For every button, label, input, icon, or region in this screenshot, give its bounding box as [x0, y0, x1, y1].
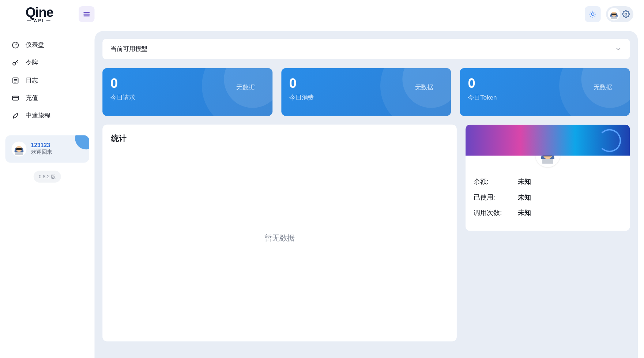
- chevron-down-icon: [615, 45, 622, 52]
- stat-card-requests: 0 今日请求 无数据: [102, 68, 272, 116]
- logo-sub: API: [27, 19, 52, 23]
- info-row-calls: 调用次数: 未知: [474, 205, 622, 220]
- svg-rect-27: [16, 148, 22, 150]
- sidebar-item-label: 中途旅程: [26, 112, 50, 120]
- svg-rect-23: [12, 96, 18, 100]
- stat-label: 今日Token: [468, 94, 622, 102]
- main-content: 当前可用模型 0 今日请求 无数据 0 今日消费 无数据 0 今日Token 无…: [94, 31, 638, 358]
- stats-empty: 暂无数据: [111, 144, 448, 333]
- available-models-dropdown[interactable]: 当前可用模型: [102, 39, 630, 59]
- sidebar-item-logs[interactable]: 日志: [6, 72, 88, 89]
- user-menu-button[interactable]: [606, 6, 633, 22]
- gear-icon: [622, 10, 630, 18]
- svg-point-16: [625, 13, 627, 15]
- svg-line-11: [595, 12, 595, 12]
- info-row-used: 已使用: 未知: [474, 190, 622, 205]
- menu-toggle-button[interactable]: [79, 6, 94, 22]
- info-label: 调用次数:: [474, 209, 518, 217]
- hamburger-icon: [83, 11, 90, 18]
- stat-label: 今日请求: [110, 94, 264, 102]
- sidebar-item-label: 充值: [26, 94, 38, 102]
- svg-rect-14: [611, 14, 617, 15]
- user-card[interactable]: 123123 欢迎回来: [5, 135, 89, 163]
- info-value: 未知: [518, 178, 531, 186]
- theme-toggle-button[interactable]: [585, 6, 600, 22]
- sidebar-item-label: 仪表盘: [26, 41, 44, 49]
- stat-card-tokens: 0 今日Token 无数据: [460, 68, 630, 116]
- gauge-icon: [11, 41, 19, 49]
- avatar-icon: [11, 141, 26, 156]
- svg-rect-32: [542, 159, 553, 164]
- sidebar-item-topup[interactable]: 充值: [6, 89, 88, 107]
- info-value: 未知: [518, 209, 531, 217]
- rocket-icon: [11, 112, 19, 120]
- info-value: 未知: [518, 193, 531, 202]
- svg-line-7: [595, 16, 595, 16]
- profile-card: 余额: 未知 已使用: 未知 调用次数: 未知: [466, 125, 630, 231]
- info-label: 已使用:: [474, 193, 518, 202]
- card-icon: [11, 94, 19, 102]
- stats-title: 统计: [111, 134, 448, 144]
- stat-nodata: 无数据: [594, 83, 612, 92]
- stat-nodata: 无数据: [236, 83, 255, 92]
- info-row-balance: 余额: 未知: [474, 174, 622, 190]
- avatar-icon: [608, 8, 620, 20]
- welcome-text: 欢迎回来: [31, 149, 52, 156]
- sun-icon: [589, 10, 597, 18]
- key-icon: [11, 59, 19, 67]
- svg-line-6: [590, 12, 591, 12]
- dropdown-label: 当前可用模型: [110, 45, 147, 53]
- sidebar-item-tokens[interactable]: 令牌: [6, 54, 88, 71]
- logo[interactable]: Qine API: [0, 5, 79, 23]
- sidebar-item-midjourney[interactable]: 中途旅程: [6, 107, 88, 124]
- sidebar-item-dashboard[interactable]: 仪表盘: [6, 36, 88, 54]
- version-badge: 0.8.2 版: [33, 171, 61, 183]
- sidebar-item-label: 日志: [26, 77, 38, 85]
- svg-point-3: [591, 13, 594, 15]
- svg-rect-15: [611, 16, 617, 19]
- sidebar-item-label: 令牌: [26, 59, 38, 67]
- svg-rect-28: [15, 152, 23, 155]
- stat-nodata: 无数据: [415, 83, 434, 92]
- user-id: 123123: [31, 142, 52, 149]
- sidebar: 仪表盘 令牌 日志 充值 中途旅程 12: [0, 0, 94, 358]
- info-label: 余额:: [474, 178, 518, 186]
- stats-panel: 统计 暂无数据: [102, 125, 457, 342]
- svg-line-10: [590, 16, 591, 16]
- profile-banner: [466, 125, 630, 156]
- stat-label: 今日消费: [289, 94, 443, 102]
- topbar: Qine API: [0, 0, 644, 28]
- logo-main: Qine: [26, 5, 53, 19]
- stat-card-spend: 0 今日消费 无数据: [281, 68, 451, 116]
- list-icon: [11, 77, 19, 85]
